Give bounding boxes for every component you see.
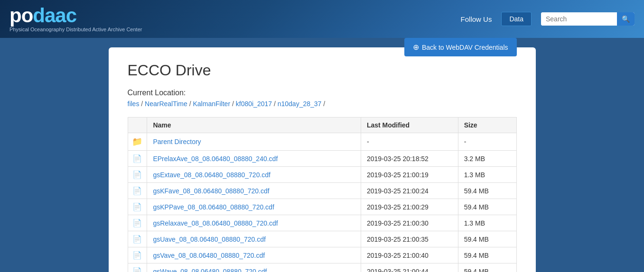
file-icon: 📄 xyxy=(132,154,142,163)
col-header-icon xyxy=(128,118,147,133)
row-icon-cell: 📄 xyxy=(128,247,147,263)
file-icon: 📄 xyxy=(132,235,142,243)
row-name-cell: gsVave_08_08.06480_08880_720.cdf xyxy=(147,247,361,263)
row-size-cell: 59.4 MB xyxy=(458,247,516,263)
page-title: ECCO Drive xyxy=(128,62,517,79)
table-row: 📄EPrelaxAve_08_08.06480_08880_240.cdf201… xyxy=(128,151,516,167)
col-header-name: Name xyxy=(147,118,361,133)
folder-icon: 📁 xyxy=(132,137,142,146)
search-input[interactable] xyxy=(541,12,617,26)
row-icon-cell: 📁 xyxy=(128,133,147,151)
row-modified-cell: 2019-03-25 21:00:29 xyxy=(361,199,458,215)
row-name-cell: gsKPPave_08_08.06480_08880_720.cdf xyxy=(147,199,361,215)
breadcrumb-sep-3: / xyxy=(232,100,236,108)
table-row: 📄gsKPPave_08_08.06480_08880_720.cdf2019-… xyxy=(128,199,516,215)
header: podaac Physical Oceanography Distributed… xyxy=(0,0,644,38)
row-modified-cell: 2019-03-25 21:00:44 xyxy=(361,263,458,272)
row-icon-cell: 📄 xyxy=(128,199,147,215)
current-location-label: Current Location: xyxy=(128,89,517,97)
table-row: 📄gsUave_08_08.06480_08880_720.cdf2019-03… xyxy=(128,231,516,247)
row-icon-cell: 📄 xyxy=(128,215,147,231)
row-name-cell: Parent Directory xyxy=(147,133,361,151)
file-icon: 📄 xyxy=(132,187,142,195)
row-modified-cell: 2019-03-25 21:00:35 xyxy=(361,231,458,247)
row-modified-cell: 2019-03-25 21:00:30 xyxy=(361,215,458,231)
row-name-cell: gsWave_08_08.06480_08880_720.cdf xyxy=(147,263,361,272)
breadcrumb-n10day[interactable]: n10day_28_37 xyxy=(278,100,322,108)
logo-daac: daac xyxy=(33,4,76,27)
file-link[interactable]: gsVave_08_08.06480_08880_720.cdf xyxy=(153,252,265,259)
row-icon-cell: 📄 xyxy=(128,167,147,183)
row-modified-cell: - xyxy=(361,133,458,151)
row-name-cell: gsExtave_08_08.06480_08880_720.cdf xyxy=(147,167,361,183)
table-row: 📄gsWave_08_08.06480_08880_720.cdf2019-03… xyxy=(128,263,516,272)
row-modified-cell: 2019-03-25 21:00:24 xyxy=(361,183,458,199)
row-size-cell: - xyxy=(458,133,516,151)
row-size-cell: 3.2 MB xyxy=(458,151,516,167)
file-link[interactable]: EPrelaxAve_08_08.06480_08880_240.cdf xyxy=(153,155,278,163)
row-icon-cell: 📄 xyxy=(128,151,147,167)
header-right: Follow Us Data 🔍 xyxy=(461,12,635,26)
file-table: Name Last Modified Size 📁Parent Director… xyxy=(128,117,517,272)
logo-subtitle: Physical Oceanography Distributed Active… xyxy=(9,27,142,32)
breadcrumb-kalmanfilter[interactable]: KalmanFilter xyxy=(193,100,230,108)
table-row: 📁Parent Directory-- xyxy=(128,133,516,151)
logo-area: podaac Physical Oceanography Distributed… xyxy=(9,6,142,32)
file-link[interactable]: gsKFave_08_08.06480_08880_720.cdf xyxy=(153,187,269,195)
row-modified-cell: 2019-03-25 20:18:52 xyxy=(361,151,458,167)
row-size-cell: 59.4 MB xyxy=(458,199,516,215)
col-header-modified: Last Modified xyxy=(361,118,458,133)
breadcrumb-nearrealtime[interactable]: NearRealTime xyxy=(145,100,187,108)
col-header-size: Size xyxy=(458,118,516,133)
row-size-cell: 59.4 MB xyxy=(458,183,516,199)
search-area: 🔍 xyxy=(541,12,635,26)
content-card: Back to WebDAV Credentials ECCO Drive Cu… xyxy=(109,47,536,272)
file-icon: 📄 xyxy=(132,251,142,259)
breadcrumb-sep-5: / xyxy=(323,100,325,108)
row-size-cell: 1.3 MB xyxy=(458,167,516,183)
row-size-cell: 59.4 MB xyxy=(458,263,516,272)
file-link[interactable]: gsExtave_08_08.06480_08880_720.cdf xyxy=(153,171,271,179)
file-icon: 📄 xyxy=(132,171,142,179)
row-name-cell: EPrelaxAve_08_08.06480_08880_240.cdf xyxy=(147,151,361,167)
follow-us-link[interactable]: Follow Us xyxy=(461,15,492,23)
breadcrumb-kf080i2017[interactable]: kf080i_2017 xyxy=(236,100,272,108)
row-size-cell: 59.4 MB xyxy=(458,231,516,247)
breadcrumb: files / NearRealTime / KalmanFilter / kf… xyxy=(128,100,517,108)
file-link[interactable]: gsKPPave_08_08.06480_08880_720.cdf xyxy=(153,203,274,211)
file-link[interactable]: gsRelaxave_08_08.06480_08880_720.cdf xyxy=(153,219,278,227)
back-webdav-button[interactable]: Back to WebDAV Credentials xyxy=(404,38,517,56)
row-name-cell: gsRelaxave_08_08.06480_08880_720.cdf xyxy=(147,215,361,231)
breadcrumb-sep-1: / xyxy=(141,100,145,108)
file-link[interactable]: Parent Directory xyxy=(153,138,201,145)
row-size-cell: 1.3 MB xyxy=(458,215,516,231)
logo: podaac xyxy=(9,6,142,26)
row-icon-cell: 📄 xyxy=(128,183,147,199)
file-icon: 📄 xyxy=(132,203,142,211)
file-link[interactable]: gsUave_08_08.06480_08880_720.cdf xyxy=(153,236,265,243)
row-icon-cell: 📄 xyxy=(128,231,147,247)
table-row: 📄gsKFave_08_08.06480_08880_720.cdf2019-0… xyxy=(128,183,516,199)
logo-po: po xyxy=(9,4,33,27)
file-icon: 📄 xyxy=(132,219,142,227)
table-header-row: Name Last Modified Size xyxy=(128,118,516,133)
file-table-body: 📁Parent Directory--📄EPrelaxAve_08_08.064… xyxy=(128,133,516,272)
main-wrapper: Back to WebDAV Credentials ECCO Drive Cu… xyxy=(0,38,644,272)
row-name-cell: gsKFave_08_08.06480_08880_720.cdf xyxy=(147,183,361,199)
table-row: 📄gsExtave_08_08.06480_08880_720.cdf2019-… xyxy=(128,167,516,183)
data-button[interactable]: Data xyxy=(501,12,532,26)
row-icon-cell: 📄 xyxy=(128,263,147,272)
file-icon: 📄 xyxy=(132,267,142,272)
search-button[interactable]: 🔍 xyxy=(617,12,635,26)
table-row: 📄gsRelaxave_08_08.06480_08880_720.cdf201… xyxy=(128,215,516,231)
table-row: 📄gsVave_08_08.06480_08880_720.cdf2019-03… xyxy=(128,247,516,263)
row-name-cell: gsUave_08_08.06480_08880_720.cdf xyxy=(147,231,361,247)
breadcrumb-sep-4: / xyxy=(274,100,278,108)
breadcrumb-files[interactable]: files xyxy=(128,100,140,108)
file-link[interactable]: gsWave_08_08.06480_08880_720.cdf xyxy=(153,268,267,272)
row-modified-cell: 2019-03-25 21:00:40 xyxy=(361,247,458,263)
row-modified-cell: 2019-03-25 21:00:19 xyxy=(361,167,458,183)
